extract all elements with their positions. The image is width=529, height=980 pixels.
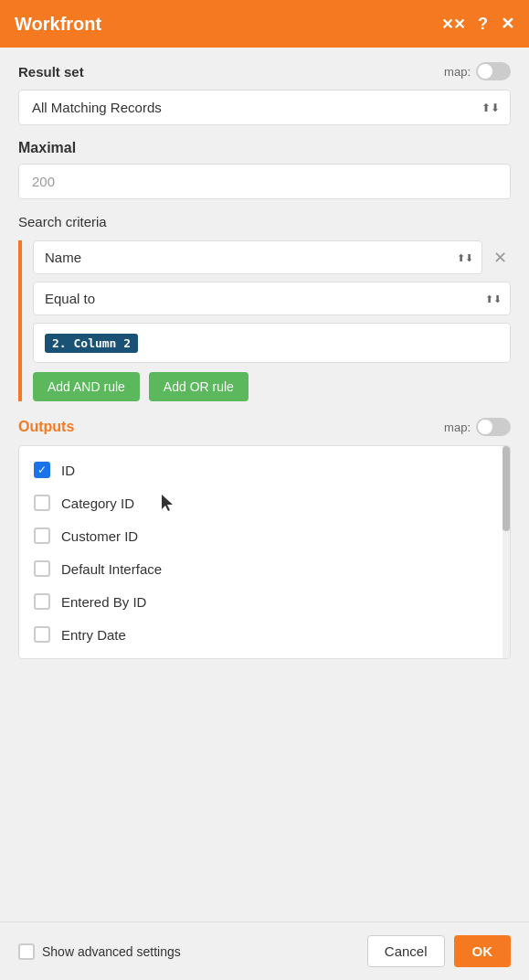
ok-button[interactable]: OK: [454, 935, 512, 967]
output-checkbox-entered-by-id[interactable]: [34, 593, 50, 610]
field-select-wrapper: Name ID Category ID Customer ID Default …: [33, 240, 482, 274]
output-checkbox-default-interface[interactable]: [34, 560, 50, 577]
help-icon[interactable]: ?: [478, 15, 488, 34]
search-criteria-label: Search criteria: [18, 214, 511, 229]
output-label-category-id: Category ID: [61, 495, 134, 511]
app-title: Workfront: [15, 14, 101, 35]
scrollbar-track: [503, 446, 510, 658]
output-label-entry-date: Entry Date: [61, 627, 126, 643]
output-item-entered-by-id[interactable]: Entered By ID: [19, 585, 510, 618]
result-set-label: Result set: [18, 64, 84, 80]
result-set-map-toggle: map:: [444, 62, 511, 80]
output-label-id: ID: [61, 463, 75, 478]
svg-marker-0: [162, 495, 173, 511]
result-set-header: Result set map:: [18, 62, 511, 80]
main-content: Result set map: All Matching Records Fir…: [0, 48, 529, 921]
scrollbar-thumb[interactable]: [503, 446, 510, 531]
show-advanced-label: Show advanced settings: [42, 944, 181, 959]
field-select[interactable]: Name ID Category ID Customer ID Default …: [33, 240, 482, 274]
remove-criteria-button[interactable]: ✕: [490, 246, 511, 270]
output-item-id[interactable]: ID: [19, 453, 510, 486]
rule-buttons: Add AND rule Add OR rule: [33, 372, 511, 401]
add-or-rule-button[interactable]: Add OR rule: [149, 372, 249, 401]
outputs-map-label: map:: [444, 421, 471, 434]
outputs-label: Outputs: [18, 419, 74, 435]
output-item-entry-date[interactable]: Entry Date: [19, 618, 510, 651]
field-row: Name ID Category ID Customer ID Default …: [33, 240, 511, 274]
output-checkbox-customer-id[interactable]: [34, 527, 50, 544]
output-label-default-interface: Default Interface: [61, 561, 162, 577]
close-icon[interactable]: ✕: [501, 14, 514, 34]
show-advanced-checkbox[interactable]: [18, 943, 35, 960]
condition-select[interactable]: Equal to Not equal to Contains Does not …: [33, 282, 511, 315]
output-checkbox-id[interactable]: [34, 462, 50, 478]
value-input-field[interactable]: 2. Column 2: [33, 323, 511, 363]
output-checkbox-entry-date[interactable]: [34, 626, 50, 643]
value-tag: 2. Column 2: [45, 334, 138, 353]
output-item-category-id[interactable]: Category ID: [19, 486, 510, 519]
cursor-icon: [162, 495, 175, 511]
outputs-toggle-switch[interactable]: [476, 418, 511, 436]
outputs-section: Outputs map: ID Category ID: [18, 418, 511, 659]
show-advanced-container: Show advanced settings: [18, 943, 181, 960]
resize-icon[interactable]: ✕✕: [441, 16, 465, 33]
title-bar: Workfront ✕✕ ? ✕: [0, 0, 529, 48]
result-set-map-label: map:: [444, 65, 471, 79]
footer-buttons: Cancel OK: [367, 935, 511, 967]
output-label-customer-id: Customer ID: [61, 528, 138, 544]
dialog: Workfront ✕✕ ? ✕ Result set map: All Mat…: [0, 0, 529, 980]
result-set-select-wrapper: All Matching Records First Matching Reco…: [18, 90, 511, 125]
outputs-map-toggle: map:: [444, 418, 511, 436]
output-item-default-interface[interactable]: Default Interface: [19, 552, 510, 585]
maximal-input[interactable]: [18, 164, 511, 199]
output-checkbox-category-id[interactable]: [34, 495, 50, 511]
outputs-header: Outputs map:: [18, 418, 511, 436]
result-set-toggle-switch[interactable]: [476, 62, 511, 80]
condition-select-wrapper: Equal to Not equal to Contains Does not …: [33, 282, 511, 315]
condition-row: Equal to Not equal to Contains Does not …: [33, 282, 511, 315]
cancel-button[interactable]: Cancel: [367, 935, 445, 967]
outputs-list: ID Category ID Customer ID: [18, 445, 511, 659]
footer: Show advanced settings Cancel OK: [0, 921, 529, 980]
criteria-block: Name ID Category ID Customer ID Default …: [18, 240, 511, 401]
result-set-select[interactable]: All Matching Records First Matching Reco…: [18, 90, 511, 125]
add-and-rule-button[interactable]: Add AND rule: [33, 372, 140, 401]
output-label-entered-by-id: Entered By ID: [61, 594, 146, 610]
output-item-customer-id[interactable]: Customer ID: [19, 519, 510, 552]
maximal-label: Maximal: [18, 140, 511, 156]
title-bar-actions: ✕✕ ? ✕: [441, 14, 514, 34]
